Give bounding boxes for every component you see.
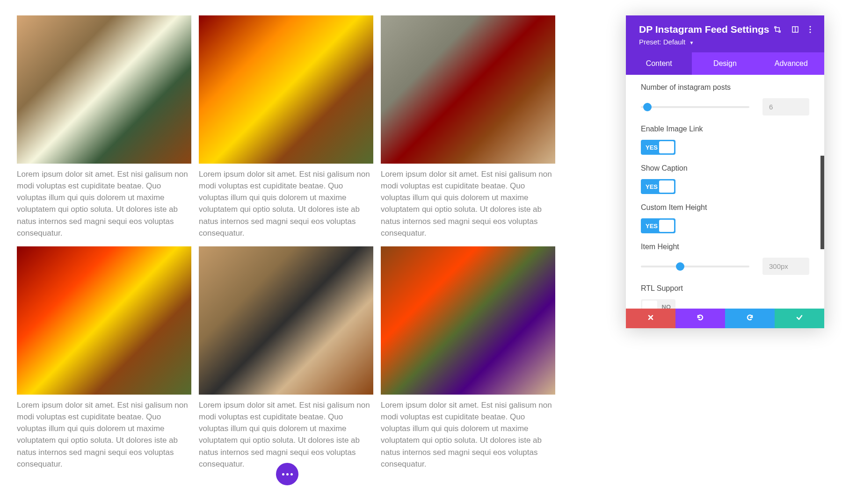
feed-item: Lorem ipsum dolor sit amet. Est nisi gal… [199,246,373,470]
item-height-slider[interactable] [641,266,749,267]
toggle-knob [659,220,674,232]
kebab-icon[interactable] [809,26,811,33]
expand-icon[interactable] [774,26,781,33]
num-posts-input[interactable]: 6 [762,98,809,115]
feed-caption: Lorem ipsum dolor sit amet. Est nisi gal… [199,168,373,239]
feed-image[interactable] [17,246,191,395]
close-icon [647,314,654,323]
feed-caption: Lorem ipsum dolor sit amet. Est nisi gal… [381,399,555,470]
panel-header: DP Instagram Feed Settings Preset: Defau… [626,15,824,52]
feed-image[interactable] [381,246,555,395]
preset-label: Preset: Default [639,38,685,46]
undo-button[interactable] [675,309,725,328]
control-show-caption: Show Caption YES [641,164,809,194]
num-posts-slider[interactable] [641,106,749,108]
svg-point-5 [810,32,811,33]
preset-dropdown[interactable]: Preset: Default ▼ [639,38,811,46]
control-num-posts: Number of instagram posts 6 [641,83,809,115]
control-enable-image-link: Enable Image Link YES [641,125,809,155]
panel-title-text: DP Instagram Feed Settings [639,24,769,35]
control-label: Number of instagram posts [641,83,809,92]
enable-image-link-toggle[interactable]: YES [641,140,675,155]
toggle-knob [659,180,674,193]
control-custom-item-height: Custom Item Height YES [641,203,809,233]
tab-advanced[interactable]: Advanced [758,52,824,75]
toggle-label: NO [657,303,676,309]
floating-action-button[interactable] [276,463,298,485]
toggle-knob [642,301,657,309]
chevron-down-icon: ▼ [689,40,694,45]
scrollbar[interactable] [820,156,824,249]
show-caption-toggle[interactable]: YES [641,179,675,194]
ellipsis-icon [282,473,293,475]
settings-panel: DP Instagram Feed Settings Preset: Defau… [626,15,824,328]
feed-item: Lorem ipsum dolor sit amet. Est nisi gal… [199,15,373,239]
control-label: Show Caption [641,164,809,173]
control-label: RTL Support [641,284,809,293]
feed-item: Lorem ipsum dolor sit amet. Est nisi gal… [17,246,191,470]
svg-point-3 [810,26,811,28]
svg-rect-0 [776,28,779,31]
control-label: Item Height [641,243,809,251]
panel-body: Number of instagram posts 6 Enable Image… [626,75,824,309]
redo-icon [746,313,754,324]
save-button[interactable] [775,309,824,328]
feed-caption: Lorem ipsum dolor sit amet. Est nisi gal… [17,168,191,239]
feed-image[interactable] [199,15,373,164]
item-height-input[interactable]: 300px [762,258,809,275]
undo-icon [696,313,704,324]
control-label: Custom Item Height [641,203,809,212]
redo-button[interactable] [725,309,775,328]
check-icon [796,314,803,323]
custom-item-height-toggle[interactable]: YES [641,218,675,233]
feed-item: Lorem ipsum dolor sit amet. Est nisi gal… [381,15,555,239]
columns-icon[interactable] [791,26,799,33]
feed-caption: Lorem ipsum dolor sit amet. Est nisi gal… [199,399,373,470]
feed-item: Lorem ipsum dolor sit amet. Est nisi gal… [17,15,191,239]
feed-image[interactable] [17,15,191,164]
slider-thumb[interactable] [643,103,652,111]
toggle-knob [659,141,674,153]
tab-content[interactable]: Content [626,52,692,75]
control-item-height: Item Height 300px [641,243,809,275]
slider-thumb[interactable] [676,262,684,271]
feed-caption: Lorem ipsum dolor sit amet. Est nisi gal… [381,168,555,239]
control-label: Enable Image Link [641,125,809,133]
tabs: Content Design Advanced [626,52,824,75]
rtl-support-toggle[interactable]: NO [641,299,675,309]
close-button[interactable] [626,309,675,328]
panel-footer [626,309,824,328]
feed-caption: Lorem ipsum dolor sit amet. Est nisi gal… [17,399,191,470]
feed-item: Lorem ipsum dolor sit amet. Est nisi gal… [381,246,555,470]
feed-image[interactable] [199,246,373,395]
control-rtl-support: RTL Support NO [641,284,809,309]
feed-image[interactable] [381,15,555,164]
svg-point-4 [810,29,811,30]
tab-design[interactable]: Design [692,52,758,75]
